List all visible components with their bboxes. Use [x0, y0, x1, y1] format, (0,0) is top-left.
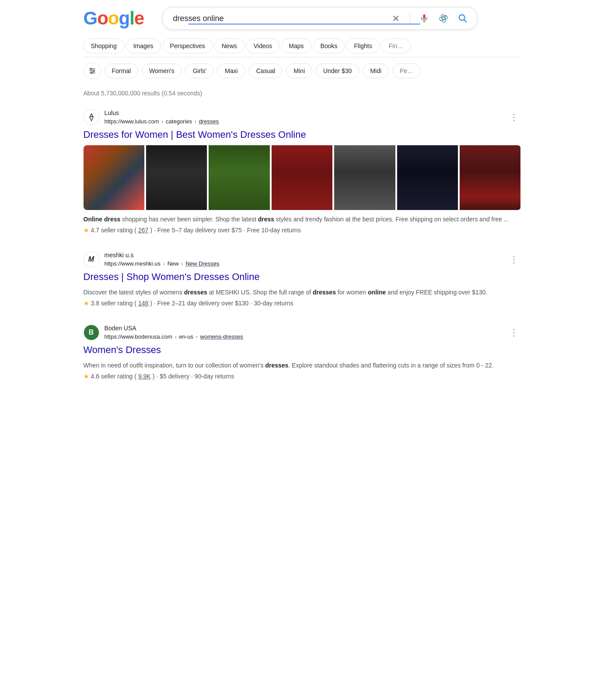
lulus-dot-2: ·	[244, 227, 245, 234]
filter-more[interactable]: Pe…	[392, 63, 421, 78]
tab-perspectives[interactable]: Perspectives	[163, 38, 213, 53]
lulus-dot-1: ·	[154, 227, 156, 234]
url-arrow-b2: ›	[196, 333, 199, 340]
svg-rect-0	[423, 14, 426, 19]
meshki-site-icon: M	[84, 252, 99, 267]
lulus-site-url: https://www.lulus.com › categories › dre…	[105, 118, 502, 126]
meshki-url-page: New Dresses	[185, 260, 219, 267]
meshki-rating-close: )	[150, 300, 152, 307]
search-underline	[189, 24, 420, 24]
lulus-site-info: Lulus https://www.lulus.com › categories…	[105, 109, 502, 126]
tab-images[interactable]: Images	[126, 38, 161, 53]
filter-formal[interactable]: Formal	[105, 63, 139, 78]
svg-point-10	[90, 68, 91, 70]
lulus-dress-image-2[interactable]	[146, 145, 207, 210]
meshki-review-count[interactable]: 148	[138, 300, 148, 307]
lulus-star: ★	[84, 227, 89, 234]
svg-line-6	[464, 20, 466, 22]
result-boden: B Boden USA https://www.bodenusa.com › e…	[84, 317, 521, 387]
microphone-icon	[419, 14, 429, 23]
boden-star: ★	[84, 373, 89, 380]
result-lulus-header: Lulus https://www.lulus.com › categories…	[84, 109, 521, 126]
lulus-result-title[interactable]: Dresses for Women | Best Women's Dresses…	[84, 128, 521, 142]
lulus-review-count[interactable]: 267	[138, 227, 148, 234]
boden-site-url: https://www.bodenusa.com › en-us › women…	[105, 333, 502, 341]
filter-girls[interactable]: Girls'	[185, 63, 214, 78]
lulus-dress-image-3[interactable]	[209, 145, 269, 210]
lulus-site-icon	[84, 109, 99, 125]
meshki-rating-label: seller rating (	[101, 300, 136, 307]
lulus-url-domain: https://www.lulus.com	[105, 118, 159, 125]
boden-site-icon: B	[84, 325, 99, 340]
lulus-dress-image-7[interactable]	[460, 145, 520, 210]
meshki-meta: ★ 3.8 seller rating (148) · Free 2–21 da…	[84, 300, 521, 307]
filter-icon-button[interactable]	[84, 63, 101, 79]
lens-search-button[interactable]	[436, 11, 450, 25]
search-bar	[162, 7, 477, 30]
filter-under30[interactable]: Under $30	[316, 63, 359, 78]
google-logo[interactable]: Google	[84, 8, 154, 29]
filter-midi[interactable]: Midi	[363, 63, 389, 78]
boden-dot-1: ·	[156, 373, 158, 380]
tab-more[interactable]: Fin…	[381, 38, 411, 53]
tab-books[interactable]: Books	[313, 38, 345, 53]
meshki-snippet: Discover the latest styles of womens dre…	[84, 287, 521, 297]
meshki-more-button[interactable]: ⋮	[507, 252, 521, 266]
boden-result-title[interactable]: Women's Dresses	[84, 343, 521, 357]
meshki-rating: 3.8	[91, 300, 99, 307]
svg-point-3	[442, 17, 445, 20]
meshki-site-name: meshki u.s	[105, 251, 502, 260]
meshki-dot-1: ·	[154, 300, 156, 307]
search-bar-wrapper	[162, 7, 477, 30]
filter-casual[interactable]: Casual	[249, 63, 283, 78]
lulus-snippet: Online dress shopping has never been sim…	[84, 214, 521, 224]
tab-maps[interactable]: Maps	[281, 38, 311, 53]
lulus-dress-image-5[interactable]	[334, 145, 395, 210]
svg-point-4	[445, 15, 447, 17]
meshki-star: ★	[84, 300, 89, 307]
tab-flights[interactable]: Flights	[346, 38, 379, 53]
svg-point-11	[93, 70, 94, 72]
lulus-dress-image-4[interactable]	[272, 145, 332, 210]
lulus-url-cat: categories	[166, 118, 192, 125]
lulus-delivery: Free 5–7 day delivery over $75	[157, 227, 242, 234]
url-arrow-m2: ›	[181, 260, 185, 267]
boden-more-button[interactable]: ⋮	[507, 326, 521, 340]
lulus-more-button[interactable]: ⋮	[507, 110, 521, 124]
boden-url-page: womens-dresses	[200, 333, 243, 340]
lulus-dress-image-6[interactable]	[397, 145, 458, 210]
lulus-returns: Free 10-day returns	[247, 227, 301, 234]
header: Google	[84, 0, 521, 35]
url-arrow-2: ›	[195, 118, 198, 125]
tab-videos[interactable]: Videos	[246, 38, 280, 53]
meshki-url-new: New	[168, 260, 179, 267]
boden-site-info: Boden USA https://www.bodenusa.com › en-…	[105, 324, 502, 341]
tab-shopping[interactable]: Shopping	[84, 38, 124, 53]
tab-news[interactable]: News	[214, 38, 244, 53]
boden-review-count[interactable]: 9.9K	[138, 373, 151, 380]
filter-mini[interactable]: Mini	[286, 63, 312, 78]
divider	[410, 12, 410, 24]
lulus-image-strip	[84, 145, 521, 210]
meshki-url-domain: https://www.meshki.us	[105, 260, 161, 267]
search-icon	[458, 14, 468, 23]
search-input[interactable]	[170, 14, 389, 23]
url-arrow-b1: ›	[175, 333, 178, 340]
boden-meta: ★ 4.6 seller rating (9.9K) · $5 delivery…	[84, 373, 521, 380]
results-info: About 5,730,000,000 results (0.54 second…	[84, 83, 521, 102]
lulus-rating-label: seller rating (	[101, 227, 136, 234]
boden-rating-label: seller rating (	[101, 373, 136, 380]
lulus-rating-close: )	[150, 227, 152, 234]
meshki-result-title[interactable]: Dresses | Shop Women's Dresses Online	[84, 270, 521, 284]
boden-dot-2: ·	[191, 373, 193, 380]
search-button[interactable]	[456, 11, 470, 25]
svg-point-12	[91, 72, 92, 74]
filter-womens[interactable]: Women's	[142, 63, 182, 78]
filter-maxi[interactable]: Maxi	[217, 63, 245, 78]
lulus-site-name: Lulus	[105, 109, 502, 118]
lulus-dress-image-1[interactable]	[84, 145, 144, 210]
x-icon	[391, 14, 400, 23]
boden-url-locale: en-us	[179, 333, 193, 340]
meshki-site-url: https://www.meshki.us › New › New Dresse…	[105, 260, 502, 268]
result-lulus: Lulus https://www.lulus.com › categories…	[84, 102, 521, 241]
